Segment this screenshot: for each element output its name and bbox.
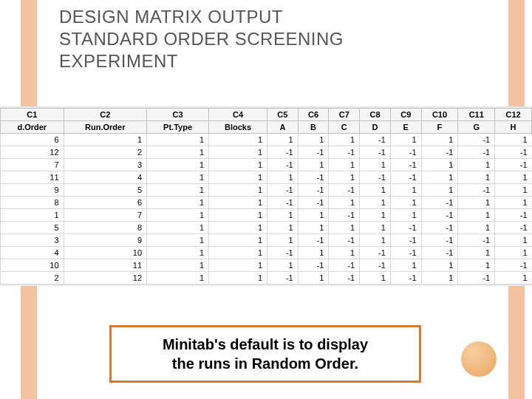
table-cell: 1: [329, 247, 360, 259]
table-cell: -1: [390, 171, 421, 184]
table-cell: 1: [458, 259, 495, 272]
table-cell: 1: [209, 146, 267, 159]
table-cell: 11: [64, 259, 146, 272]
table-cell: -1: [458, 134, 495, 146]
table-cell: 1: [209, 272, 267, 284]
table-cell: 1: [421, 184, 458, 197]
table-row: 7311-1111-111-1: [1, 159, 532, 171]
table-cell: 1: [147, 184, 209, 197]
table-cell: -1: [267, 197, 299, 209]
table-cell: -1: [267, 146, 299, 159]
table-cell: 1: [458, 209, 495, 222]
table-cell: -1: [390, 247, 421, 259]
table-cell: 1: [267, 209, 299, 222]
table-cell: -1: [298, 197, 329, 209]
table-cell: -1: [390, 159, 421, 171]
table-row: 39111-1-11-1-1-11: [1, 234, 532, 247]
decorative-dot-icon: [461, 341, 497, 377]
title-line: EXPERIMENT: [59, 51, 178, 71]
column-header-top: C7: [329, 109, 360, 121]
column-header-bottom: D: [360, 121, 391, 134]
column-header-top: C2: [64, 109, 146, 121]
table-cell: 1: [421, 171, 458, 184]
table-cell: 1: [360, 234, 391, 247]
table-cell: -1: [360, 259, 391, 272]
table-cell: -1: [390, 272, 421, 284]
table-cell: -1: [390, 146, 421, 159]
table-cell: -1: [329, 209, 360, 222]
table-cell: 1: [390, 184, 421, 197]
table-cell: 1: [458, 247, 495, 259]
table-cell: -1: [298, 234, 329, 247]
table-cell: -1: [360, 146, 391, 159]
table-cell: -1: [329, 184, 360, 197]
table-cell: 1: [209, 197, 267, 209]
table-cell: -1: [329, 259, 360, 272]
column-header-bottom: d.Order: [1, 121, 64, 134]
title-line: DESIGN MATRIX OUTPUT: [59, 7, 283, 27]
table-row: 12211-1-1-1-1-1-1-1-1: [1, 146, 532, 159]
table-cell: -1: [360, 134, 391, 146]
table-cell: 2: [64, 146, 146, 159]
title-line: STANDARD ORDER SCREENING: [59, 29, 344, 49]
table-cell: 1: [329, 222, 360, 234]
table-cell: 1: [147, 259, 209, 272]
table-row: 41011-111-1-1-111: [1, 247, 532, 259]
table-cell: -1: [298, 146, 329, 159]
table-cell: 1: [298, 209, 329, 222]
table-cell: -1: [267, 272, 299, 284]
table-cell: -1: [421, 222, 458, 234]
table-cell: 1: [209, 159, 267, 171]
table-cell: 1: [209, 222, 267, 234]
table-cell: -1: [390, 234, 421, 247]
table-cell: 3: [1, 234, 64, 247]
table-cell: 1: [147, 222, 209, 234]
column-header-bottom: G: [458, 121, 495, 134]
column-header-top: C10: [421, 109, 458, 121]
table-cell: 1: [298, 247, 329, 259]
table-cell: -1: [495, 209, 532, 222]
table-cell: -1: [421, 247, 458, 259]
table-cell: 1: [390, 134, 421, 146]
table-row: 114111-11-1-1111: [1, 171, 532, 184]
table-cell: 5: [64, 184, 146, 197]
table-cell: 1: [267, 134, 299, 146]
table-cell: -1: [298, 184, 329, 197]
column-header-bottom: F: [421, 121, 458, 134]
table-cell: 1: [421, 259, 458, 272]
table-cell: 1: [360, 184, 391, 197]
table-cell: 1: [495, 272, 532, 284]
table-cell: 11: [1, 171, 64, 184]
table-cell: 1: [390, 209, 421, 222]
table-cell: 10: [1, 259, 64, 272]
column-header-top: C3: [147, 109, 209, 121]
table-row: 9511-1-1-1111-11: [1, 184, 532, 197]
table-cell: -1: [421, 209, 458, 222]
table-cell: 1: [421, 159, 458, 171]
design-matrix-table: C1C2C3C4C5C6C7C8C9C10C11C12 d.OrderRun.O…: [0, 108, 532, 284]
column-header-bottom: C: [329, 121, 360, 134]
table-cell: 1: [421, 272, 458, 284]
column-header-bottom: B: [298, 121, 329, 134]
table-cell: -1: [495, 159, 532, 171]
table-cell: -1: [458, 184, 495, 197]
table-row: 58111111-1-11-1: [1, 222, 532, 234]
column-header-top: C12: [495, 109, 532, 121]
table-cell: 1: [495, 134, 532, 146]
table-cell: -1: [421, 234, 458, 247]
column-header-bottom: Blocks: [209, 121, 267, 134]
table-cell: 1: [209, 234, 267, 247]
table-cell: 8: [1, 197, 64, 209]
table-cell: -1: [329, 146, 360, 159]
table-cell: -1: [267, 159, 299, 171]
table-cell: 1: [147, 134, 209, 146]
table-cell: -1: [329, 272, 360, 284]
table-cell: 1: [147, 209, 209, 222]
callout-box: Minitab's default is to display the runs…: [109, 325, 421, 383]
table-cell: -1: [495, 146, 532, 159]
table-cell: 4: [1, 247, 64, 259]
table-cell: -1: [390, 222, 421, 234]
table-cell: 1: [147, 272, 209, 284]
table-cell: 1: [298, 159, 329, 171]
table-cell: 1: [495, 247, 532, 259]
